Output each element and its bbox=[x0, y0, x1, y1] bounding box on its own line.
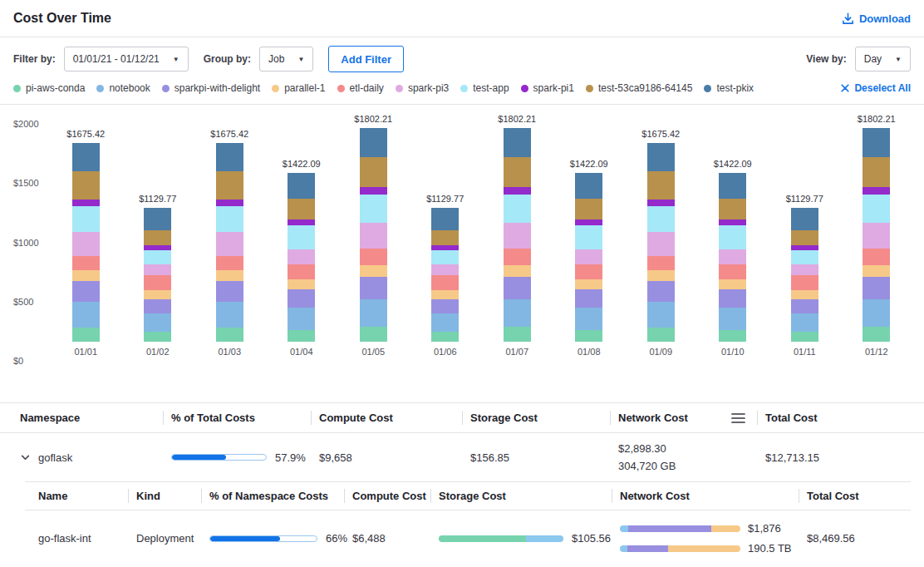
bar-segment-spark-pi3[interactable] bbox=[288, 249, 315, 265]
bar-segment-test-app[interactable] bbox=[504, 195, 531, 223]
bar-segment-notebook[interactable] bbox=[72, 302, 100, 328]
bar-segment-spark-pi3[interactable] bbox=[575, 249, 602, 265]
bar-segment-sparkpi-with-delight[interactable] bbox=[647, 281, 675, 301]
bar-segment-pi-aws-conda[interactable] bbox=[504, 327, 531, 342]
bar-segment-test-pkix[interactable] bbox=[791, 208, 818, 230]
bar-segment-spark-pi1[interactable] bbox=[360, 187, 387, 195]
bar-segment-parallel-1[interactable] bbox=[647, 270, 675, 282]
bar-segment-test-pkix[interactable] bbox=[504, 128, 531, 157]
bar-segment-test-53ca9186-64145[interactable] bbox=[216, 171, 243, 200]
bar-segment-sparkpi-with-delight[interactable] bbox=[360, 277, 387, 298]
bar-segment-etl-daily[interactable] bbox=[72, 256, 100, 269]
bar-stack[interactable] bbox=[575, 173, 602, 342]
bar-segment-parallel-1[interactable] bbox=[144, 290, 171, 299]
col-kind[interactable]: Kind bbox=[128, 482, 201, 510]
bar-segment-notebook[interactable] bbox=[431, 313, 459, 332]
bar-segment-pi-aws-conda[interactable] bbox=[216, 328, 243, 342]
bar-segment-notebook[interactable] bbox=[791, 313, 818, 332]
bar-segment-test-pkix[interactable] bbox=[144, 208, 171, 230]
bar-segment-spark-pi3[interactable] bbox=[863, 223, 890, 249]
bar-segment-test-app[interactable] bbox=[647, 206, 675, 232]
bar-segment-spark-pi1[interactable] bbox=[504, 187, 531, 195]
bar-stack[interactable] bbox=[360, 128, 387, 342]
col-total-cost[interactable]: Total Cost bbox=[757, 403, 911, 432]
bar-segment-test-pkix[interactable] bbox=[863, 128, 890, 157]
bar-segment-sparkpi-with-delight[interactable] bbox=[791, 299, 818, 313]
bar-segment-etl-daily[interactable] bbox=[791, 275, 818, 291]
bar-segment-notebook[interactable] bbox=[719, 308, 746, 330]
bar-segment-test-app[interactable] bbox=[72, 206, 100, 232]
bar-stack[interactable] bbox=[144, 208, 171, 342]
bar-segment-notebook[interactable] bbox=[144, 313, 171, 332]
bar-segment-test-pkix[interactable] bbox=[719, 173, 746, 198]
bar-segment-parallel-1[interactable] bbox=[288, 279, 315, 290]
bar-segment-spark-pi3[interactable] bbox=[72, 232, 100, 256]
bar-segment-test-pkix[interactable] bbox=[431, 208, 459, 230]
bar-segment-test-app[interactable] bbox=[791, 250, 818, 264]
bar-segment-parallel-1[interactable] bbox=[216, 270, 243, 282]
bar-segment-sparkpi-with-delight[interactable] bbox=[863, 277, 890, 298]
bar-segment-sparkpi-with-delight[interactable] bbox=[216, 281, 243, 301]
bar-segment-etl-daily[interactable] bbox=[504, 249, 531, 265]
bar-segment-spark-pi1[interactable] bbox=[575, 219, 602, 225]
add-filter-button[interactable]: Add Filter bbox=[328, 46, 404, 72]
bar-segment-notebook[interactable] bbox=[360, 299, 387, 327]
bar-segment-pi-aws-conda[interactable] bbox=[791, 332, 818, 342]
bar-segment-pi-aws-conda[interactable] bbox=[575, 330, 602, 342]
bar-segment-pi-aws-conda[interactable] bbox=[72, 328, 100, 342]
namespace-cell[interactable]: goflask bbox=[13, 451, 163, 464]
bar-segment-test-app[interactable] bbox=[360, 195, 387, 223]
bar-stack[interactable] bbox=[216, 143, 243, 342]
bar-segment-parallel-1[interactable] bbox=[72, 270, 100, 282]
bar-segment-test-53ca9186-64145[interactable] bbox=[647, 171, 675, 200]
bar-segment-etl-daily[interactable] bbox=[431, 275, 459, 291]
bar-segment-etl-daily[interactable] bbox=[647, 256, 675, 269]
bar-segment-test-app[interactable] bbox=[288, 225, 315, 249]
bar-segment-test-53ca9186-64145[interactable] bbox=[431, 230, 459, 245]
col-compute-cost[interactable]: Compute Cost bbox=[311, 403, 462, 432]
bar-segment-test-53ca9186-64145[interactable] bbox=[72, 171, 100, 200]
col-namespace[interactable]: Namespace bbox=[13, 403, 163, 432]
bar-stack[interactable] bbox=[719, 173, 746, 342]
bar-segment-test-pkix[interactable] bbox=[72, 143, 100, 171]
bar-segment-test-53ca9186-64145[interactable] bbox=[504, 157, 531, 187]
col-storage-cost[interactable]: Storage Cost bbox=[462, 403, 610, 432]
bar-segment-sparkpi-with-delight[interactable] bbox=[288, 289, 315, 307]
bar-segment-sparkpi-with-delight[interactable] bbox=[719, 289, 746, 307]
bar-segment-spark-pi3[interactable] bbox=[360, 223, 387, 249]
bar-segment-notebook[interactable] bbox=[863, 299, 890, 327]
bar-segment-test-app[interactable] bbox=[719, 225, 746, 249]
bar-segment-sparkpi-with-delight[interactable] bbox=[504, 277, 531, 298]
bar-segment-spark-pi3[interactable] bbox=[504, 223, 531, 249]
download-button[interactable]: Download bbox=[842, 12, 911, 25]
col-network-cost[interactable]: Network Cost bbox=[610, 403, 757, 432]
bar-segment-spark-pi1[interactable] bbox=[863, 187, 890, 195]
bar-segment-spark-pi1[interactable] bbox=[647, 200, 675, 206]
bar-segment-pi-aws-conda[interactable] bbox=[360, 327, 387, 342]
bar-segment-test-53ca9186-64145[interactable] bbox=[575, 199, 602, 220]
date-range-select[interactable]: 01/01/21 - 01/12/21 ▼ bbox=[64, 47, 189, 71]
bar-segment-notebook[interactable] bbox=[575, 308, 602, 330]
bar-segment-etl-daily[interactable] bbox=[863, 249, 890, 265]
bar-stack[interactable] bbox=[791, 208, 818, 342]
bar-segment-test-app[interactable] bbox=[431, 250, 459, 264]
bar-segment-spark-pi3[interactable] bbox=[216, 232, 243, 256]
bar-segment-notebook[interactable] bbox=[216, 302, 243, 328]
bar-segment-sparkpi-with-delight[interactable] bbox=[575, 289, 602, 307]
bar-segment-etl-daily[interactable] bbox=[144, 275, 171, 291]
bar-segment-test-pkix[interactable] bbox=[575, 173, 602, 198]
bar-segment-test-pkix[interactable] bbox=[360, 128, 387, 157]
bar-stack[interactable] bbox=[431, 208, 459, 342]
bar-segment-spark-pi1[interactable] bbox=[216, 200, 243, 206]
bar-segment-test-pkix[interactable] bbox=[216, 143, 243, 171]
bar-segment-etl-daily[interactable] bbox=[360, 249, 387, 265]
bar-segment-pi-aws-conda[interactable] bbox=[144, 332, 171, 342]
bar-segment-sparkpi-with-delight[interactable] bbox=[144, 299, 171, 313]
bar-segment-pi-aws-conda[interactable] bbox=[647, 328, 675, 342]
col-pct-total-costs[interactable]: % of Total Costs bbox=[163, 403, 311, 432]
bar-segment-spark-pi3[interactable] bbox=[719, 249, 746, 265]
bar-segment-pi-aws-conda[interactable] bbox=[863, 327, 890, 342]
bar-segment-notebook[interactable] bbox=[504, 299, 531, 327]
col-pct-namespace-costs[interactable]: % of Namespace Costs bbox=[201, 482, 344, 510]
bar-stack[interactable] bbox=[504, 128, 531, 342]
